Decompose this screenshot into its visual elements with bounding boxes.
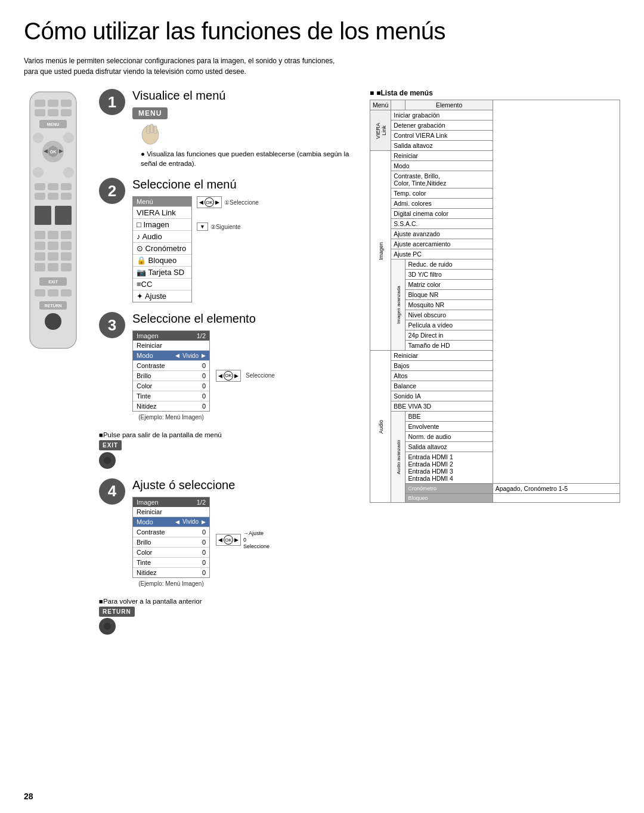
svg-rect-37 <box>35 263 45 271</box>
imagen-ajuste-avanzado-row: Ajuste avanzado <box>370 229 620 239</box>
exit-circle[interactable] <box>99 452 116 469</box>
row-nitidez-4: Nitidez0 <box>133 568 209 577</box>
svg-text:◀: ◀ <box>44 148 48 154</box>
viera-row-2: Detener grabación <box>370 120 620 131</box>
menu-row-ajuste: ✦ Ajuste <box>133 290 191 302</box>
audio-item-sonidoia: Sonido IA <box>391 391 493 401</box>
imagen-item-pelicula: Película a vídeo <box>405 320 493 330</box>
svg-rect-27 <box>55 206 72 225</box>
svg-rect-21 <box>48 183 58 190</box>
audio-bbe-row: Audio avanzado BBE <box>370 412 620 422</box>
svg-rect-26 <box>35 206 51 225</box>
imagen-matriz-row: Matriz color <box>370 280 620 290</box>
imagen-item-tamano: Tamaño de HD <box>405 341 493 351</box>
audio-section-label: Audio <box>370 351 391 503</box>
audio-hdmi1-row: Entrada HDMI 1Entrada HDMI 2Entrada HDMI… <box>370 452 620 484</box>
bloqueo-row: Bloqueo <box>370 494 620 503</box>
viera-item-2: Detener grabación <box>391 120 493 131</box>
imagen-tamano-row: Tamaño de HD <box>370 341 620 351</box>
intro-text: Varios menús le permiten seleccionar con… <box>24 55 346 77</box>
svg-rect-44 <box>61 289 72 296</box>
svg-rect-32 <box>48 242 58 250</box>
svg-rect-2 <box>48 100 58 107</box>
svg-rect-38 <box>48 263 58 271</box>
step-1-bullet: Visualiza las funciones que pueden estab… <box>141 149 358 168</box>
row-color-4: Color0 <box>133 548 209 558</box>
step3-nav-area: ◀ OK ▶ Seleccione <box>216 370 275 382</box>
svg-rect-1 <box>35 100 45 107</box>
return-button-label: RETURN <box>99 607 135 617</box>
svg-point-19 <box>63 167 74 178</box>
imagen-item-temp: Temp. color <box>391 188 493 199</box>
svg-rect-49 <box>147 125 150 134</box>
menu-row-imagen: □ Imagen <box>133 219 191 231</box>
svg-point-47 <box>45 313 61 330</box>
step-1-title: Visualice el menú <box>132 89 358 103</box>
row-tinte-4: Tinte0 <box>133 558 209 568</box>
svg-rect-33 <box>61 242 72 250</box>
imagen-ajuste-pc-row: Ajuste PC <box>370 249 620 259</box>
audio-bbe-viva-row: BBE VIVA 3D <box>370 401 620 412</box>
imagen-item-matriz: Matriz color <box>405 280 493 290</box>
svg-rect-25 <box>61 193 72 200</box>
imagen-item-ajuste-pc: Ajuste PC <box>391 249 493 259</box>
step-1: 1 Visualice el menú MENU <box>99 89 358 168</box>
row-brillo-3: Brillo0 <box>133 371 209 381</box>
step2-nav-area: ◀ OK ▶ ①Seleccione ▼ ②Siguiente <box>197 196 259 231</box>
step-3-title: Seleccione el elemento <box>132 312 358 326</box>
audio-item-balance: Balance <box>391 381 493 391</box>
audio-avanzado-label: Audio avanzado <box>391 412 405 503</box>
step-number-3: 3 <box>99 312 125 338</box>
viera-section-label: VIERALink <box>370 110 391 151</box>
audio-salida-row: Salida altavoz <box>370 442 620 452</box>
select-label-1: ①Seleccione <box>224 199 259 206</box>
imagen-nivel-row: Nivel obscuro <box>370 310 620 320</box>
audio-norm-row: Norm. de audio <box>370 432 620 442</box>
select-label-3: Seleccione <box>246 372 275 379</box>
audio-balance-row: Balance <box>370 381 620 391</box>
imagen-24p-row: 24p Direct in <box>370 330 620 341</box>
row-modo-4: Modo ◀ Vivido ▶ <box>133 517 209 527</box>
row-nitidez-3: Nitidez0 <box>133 401 209 411</box>
col-menu-header: Menú <box>370 100 391 110</box>
menu-button-label: MENU <box>132 107 168 119</box>
page-number: 28 <box>24 792 33 801</box>
step-2: 2 Seleccione el menú Menú VIERA Link □ I… <box>99 178 358 302</box>
svg-text:MENU: MENU <box>47 122 60 126</box>
imagen-item-ssac: S.S.A.C. <box>391 219 493 229</box>
imagen-item-3dyc: 3D Y/C filtro <box>405 270 493 280</box>
step2-menu-panel: Menú VIERA Link □ Imagen ♪ Audio ⊙ Cronó… <box>132 196 192 302</box>
row-reiniciar-4: Reiniciar <box>133 507 209 517</box>
bloqueo-section-label: Bloqueo <box>405 494 493 503</box>
viera-section-row: VIERALink Iniciar grabación <box>370 110 620 120</box>
row-reiniciar-3: Reiniciar <box>133 341 209 351</box>
viera-row-4: Salida altavoz <box>370 141 620 151</box>
step3-example: (Ejemplo: Menú Imagen) <box>132 414 210 421</box>
step3-panel-header: Imagen 1/2 <box>133 331 209 341</box>
imagen-item-mosquito: Mosquito NR <box>405 300 493 310</box>
next-label: ②Siguiente <box>210 224 241 230</box>
svg-rect-29 <box>48 231 58 239</box>
imagen-temp-row: Temp. color <box>370 188 620 199</box>
audio-item-reiniciar: Reiniciar <box>391 351 493 361</box>
audio-item-envolvente: Envolvente <box>405 422 493 432</box>
imagen-modo-row: Modo <box>370 161 620 171</box>
menu-list-title: ■■Lista de menús <box>370 89 620 97</box>
svg-rect-36 <box>61 252 72 261</box>
menu-row-header: Menú <box>133 197 191 207</box>
step3-menu-panel: Imagen 1/2 Reiniciar Modo ◀ Vivido ▶ <box>132 330 210 421</box>
menu-row-viera: VIERA Link <box>133 207 191 219</box>
svg-text:EXIT: EXIT <box>48 280 58 284</box>
step-number-4: 4 <box>99 478 125 505</box>
imagen-item-modo: Modo <box>391 161 493 171</box>
row-color-3: Color0 <box>133 381 209 391</box>
svg-point-9 <box>33 132 44 143</box>
return-circle[interactable] <box>99 618 116 635</box>
imagen-reduc-row: Imagen avanzada Reduc. de ruido <box>370 259 620 270</box>
menu-row-audio: ♪ Audio <box>133 231 191 243</box>
imagen-item-reiniciar: Reiniciar <box>391 151 493 161</box>
menu-row-tarjeta: 📷 Tarjeta SD <box>133 267 191 279</box>
step-number-2: 2 <box>99 178 125 204</box>
step4-menu-panel: Imagen 1/2 Reiniciar Modo ◀ Vivido ▶ <box>132 497 210 587</box>
bloqueo-item <box>493 494 620 503</box>
